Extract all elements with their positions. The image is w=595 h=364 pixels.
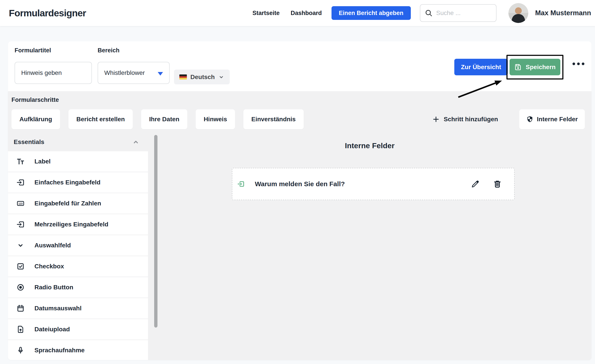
internal-field-row[interactable]: Warum melden Sie den Fall? [232, 168, 515, 200]
palette-group-label: Essentials [14, 138, 44, 146]
palette-item-radio[interactable]: Radio Button [8, 277, 148, 298]
number-input-icon: 123 [16, 199, 25, 208]
palette-item-voice[interactable]: Sprachaufnahme [8, 340, 148, 360]
palette-group-essentials[interactable]: Essentials [8, 134, 148, 150]
form-title-label: Formulartitel [14, 47, 51, 54]
designer-panel: Formulartitel Bereich Whistlerblower Deu… [8, 41, 591, 360]
form-toolbar: Formulartitel Bereich Whistlerblower Deu… [8, 41, 591, 91]
search-box [420, 4, 496, 22]
palette-list: Label Einfaches Eingabefeld 123 Eing [8, 151, 148, 360]
save-icon [514, 63, 522, 71]
input-icon [16, 178, 25, 187]
edit-field-button[interactable] [471, 179, 480, 188]
palette-item-checkbox[interactable]: Checkbox [8, 256, 148, 277]
palette-scrollbar[interactable] [154, 135, 157, 328]
shield-icon [526, 116, 533, 123]
checkbox-icon [16, 262, 25, 271]
palette-item-date[interactable]: Datumsauswahl [8, 298, 148, 319]
file-upload-icon [16, 325, 25, 334]
step-bericht-erstellen[interactable]: Bericht erstellen [69, 109, 133, 129]
internal-field-label: Warum melden Sie den Fall? [255, 180, 345, 188]
chevron-up-icon [132, 138, 140, 146]
form-steps-row: Aufklärung Bericht erstellen Ihre Daten … [12, 109, 585, 129]
radio-icon [16, 283, 25, 292]
area-label: Bereich [98, 47, 120, 54]
palette-item-multiline-input[interactable]: Mehrzeiliges Eingabefeld [8, 214, 148, 235]
caret-down-icon [158, 72, 163, 76]
multiline-input-icon [16, 220, 25, 228]
plus-icon [432, 115, 440, 123]
save-button-label: Speichern [526, 64, 555, 71]
microphone-icon [16, 346, 25, 355]
internal-fields-button[interactable]: Interne Felder [519, 109, 585, 129]
formdesigner-app: Formulardesigner Startseite Dashboard Ei… [0, 0, 595, 364]
chevron-down-icon [218, 74, 224, 80]
step-hinweis[interactable]: Hinweis [196, 109, 235, 129]
input-icon [237, 180, 245, 188]
palette-item-file-upload[interactable]: Dateiupload [8, 319, 148, 339]
avatar[interactable] [508, 3, 528, 23]
pencil-icon [471, 179, 480, 188]
step-aufklaerung[interactable]: Aufklärung [12, 109, 60, 129]
area-select[interactable]: Whistlerblower [98, 62, 170, 84]
user-name[interactable]: Max Mustermann [535, 0, 591, 26]
internal-fields-label: Interne Felder [537, 116, 578, 123]
field-actions [471, 179, 502, 188]
overview-button[interactable]: Zur Übersicht [454, 59, 508, 75]
form-steps-label: Formularschritte [12, 97, 59, 103]
nav-item-dashboard[interactable]: Dashboard [291, 0, 322, 26]
top-header: Formulardesigner Startseite Dashboard Ei… [0, 0, 595, 26]
add-step-label: Schritt hinzufügen [444, 116, 498, 123]
delete-field-button[interactable] [493, 179, 502, 188]
page-title: Formulardesigner [9, 0, 86, 26]
calendar-icon [16, 304, 25, 313]
palette-item-simple-input[interactable]: Einfaches Eingabefeld [8, 172, 148, 193]
save-button[interactable]: Speichern [510, 59, 560, 75]
language-value: Deutsch [190, 74, 215, 81]
add-step-button[interactable]: Schritt hinzufügen [432, 115, 498, 123]
trash-icon [493, 179, 502, 188]
search-icon [425, 9, 433, 17]
submit-report-button[interactable]: Einen Bericht abgeben [332, 6, 411, 20]
text-format-icon [16, 157, 25, 166]
step-einverstaendnis[interactable]: Einverständnis [243, 109, 304, 129]
palette-item-select[interactable]: Auswahlfeld [8, 235, 148, 256]
canvas-heading: Interne Felder [148, 141, 591, 150]
chevron-down-icon [16, 241, 25, 250]
palette-item-number-input[interactable]: 123 Eingabefeld für Zahlen [8, 193, 148, 214]
form-title-input[interactable] [14, 62, 92, 84]
area-select-value: Whistlerblower [104, 69, 145, 76]
svg-text:123: 123 [19, 202, 22, 205]
german-flag-icon [179, 74, 187, 79]
more-options-icon[interactable] [573, 63, 584, 65]
language-selector[interactable]: Deutsch [174, 70, 230, 84]
nav-item-startseite[interactable]: Startseite [252, 0, 280, 26]
component-palette: Essentials Label Einfaches Eingabe [8, 134, 148, 360]
palette-item-label[interactable]: Label [8, 151, 148, 172]
step-ihre-daten[interactable]: Ihre Daten [141, 109, 187, 129]
